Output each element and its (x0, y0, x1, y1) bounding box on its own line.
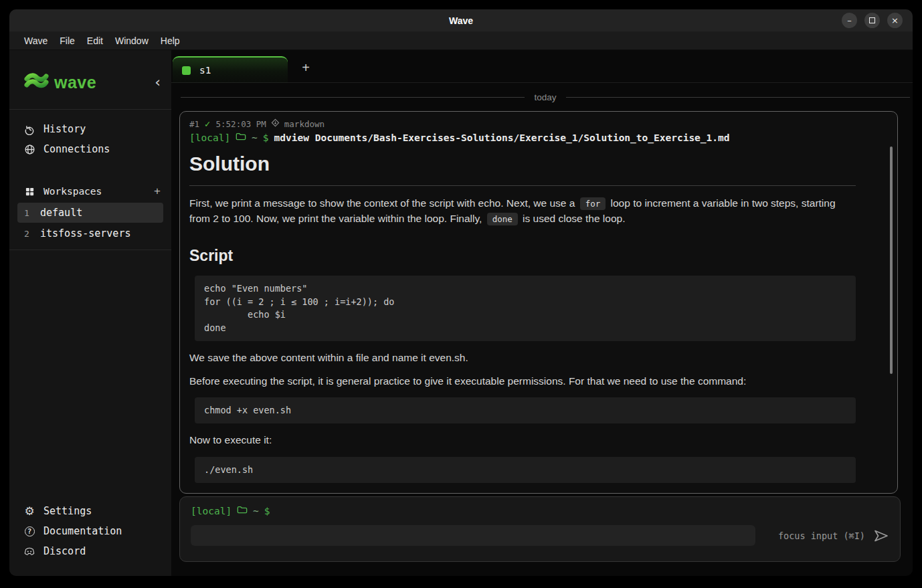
command-input[interactable] (191, 525, 755, 546)
sidebar-item-documentation[interactable]: ?Documentation (9, 521, 171, 541)
tab-status-square (182, 66, 191, 75)
sidebar-item-label: History (43, 123, 86, 135)
script-heading: Script (189, 244, 856, 268)
host-label: [local] (191, 506, 232, 516)
workspace-divider (9, 250, 171, 250)
chmod-code-block: chmod +x even.sh (195, 397, 856, 424)
menu-item-window[interactable]: Window (109, 35, 155, 46)
script-code-block: echo "Even numbers" for ((i = 2 ; i ≤ 10… (195, 276, 856, 341)
app-window: Wave – × WaveFileEditWindowHelp (9, 9, 913, 576)
titlebar: Wave – × (9, 9, 913, 31)
scrollbar-thumb[interactable] (890, 146, 893, 374)
sidebar-item-settings[interactable]: ⚙Settings (9, 501, 171, 521)
inline-code: for (580, 197, 606, 210)
folder-icon (236, 132, 246, 143)
workspaces-header: Workspaces + (9, 181, 171, 202)
gear-icon: ⚙ (23, 506, 36, 517)
markdown-title: Solution (189, 149, 856, 186)
inline-code: done (487, 213, 518, 225)
workspace-name: itsfoss-servers (40, 227, 130, 239)
prompt-symbol: $ (264, 506, 270, 516)
sidebar-nav: HistoryConnections (9, 119, 171, 159)
menu-bar: WaveFileEditWindowHelp (9, 31, 913, 50)
minimize-button[interactable]: – (842, 13, 857, 28)
divider-label: today (525, 92, 565, 102)
sidebar-item-label: Discord (43, 545, 86, 557)
maximize-button[interactable] (864, 13, 880, 28)
command-line: [local] ~ $ mdview Documents/Bash-Exerci… (189, 132, 888, 143)
sidebar-item-history[interactable]: History (9, 119, 171, 139)
new-tab-button[interactable]: + (296, 58, 316, 78)
input-prompt: [local] ~ $ (191, 505, 889, 516)
folder-icon (237, 505, 248, 516)
focus-input-hint: focus input (⌘I) (778, 530, 865, 541)
history-icon (23, 124, 36, 135)
command-input-panel: [local] ~ $ focus input (⌘I) (179, 496, 901, 562)
intro-paragraph: First, we print a message to show the co… (189, 195, 856, 227)
markdown-icon (271, 118, 280, 129)
chmod-note: Before executing the script, it is gener… (189, 373, 856, 389)
markdown-view: Solution First, we print a message to sh… (189, 149, 888, 494)
workspace-item-itsfoss-servers[interactable]: 2itsfoss-servers (17, 223, 163, 243)
sidebar-item-label: Connections (43, 143, 110, 155)
execute-note: Now to execute it: (189, 432, 856, 448)
host-label: [local] (189, 132, 230, 143)
block-type-label: markdown (284, 119, 325, 129)
window-title: Wave (449, 15, 473, 26)
sidebar-collapse-button[interactable]: ‹ (155, 75, 161, 90)
tab-bar: s1 + (171, 50, 913, 83)
tab-label: s1 (199, 65, 211, 76)
workspace-item-default[interactable]: 1default (17, 203, 163, 223)
block-time: 5:52:03 PM (216, 119, 266, 129)
question-icon: ? (23, 526, 36, 536)
workspaces-label: Workspaces (43, 186, 102, 197)
menu-item-edit[interactable]: Edit (81, 35, 109, 46)
cwd-label: ~ (253, 506, 259, 516)
prompt-symbol: $ (263, 132, 269, 143)
workspace-name: default (40, 207, 82, 219)
globe-icon (23, 144, 36, 155)
close-button[interactable]: × (887, 13, 903, 28)
divider-line-right (566, 97, 910, 98)
grid-icon (23, 187, 36, 197)
sidebar-item-label: Documentation (43, 525, 122, 537)
discord-icon (23, 547, 36, 557)
sidebar-item-discord[interactable]: Discord (9, 541, 171, 561)
workspace-index: 1 (24, 208, 40, 218)
add-workspace-button[interactable]: + (154, 185, 161, 198)
tab-s1[interactable]: s1 (173, 56, 288, 83)
menu-item-file[interactable]: File (54, 35, 81, 46)
sidebar-item-connections[interactable]: Connections (9, 139, 171, 159)
menu-item-wave[interactable]: Wave (18, 35, 54, 46)
run-code-block: ./even.sh (195, 457, 856, 484)
sidebar-item-label: Settings (43, 505, 92, 517)
workspace-index: 2 (24, 229, 40, 239)
window-controls: – × (842, 13, 903, 28)
block-index: #1 (189, 119, 199, 129)
sidebar-footer: ⚙Settings?DocumentationDiscord (9, 501, 171, 561)
main-area: s1 + today #1 ✓ 5:52:03 PM (171, 50, 913, 576)
sidebar-logo-row: wave ‹ (23, 72, 161, 93)
menu-item-help[interactable]: Help (155, 35, 186, 46)
input-row: focus input (⌘I) (191, 525, 889, 546)
command-text: mdview Documents/Bash-Exercises-Solution… (274, 132, 730, 143)
send-icon[interactable] (873, 529, 889, 543)
workspace-list: 1default2itsfoss-servers (9, 203, 171, 243)
wave-logo-icon (23, 72, 50, 93)
maximize-icon (869, 17, 875, 23)
cwd-label: ~ (252, 132, 258, 143)
logo-text: wave (54, 73, 96, 92)
minimize-icon: – (847, 15, 852, 25)
block-header: #1 ✓ 5:52:03 PM markdown (189, 118, 888, 129)
workspace-content: today #1 ✓ 5:52:03 PM (171, 83, 913, 576)
timeline-divider: today (181, 92, 910, 102)
save-note: We save the above content within a file … (189, 350, 856, 365)
close-icon: × (891, 15, 899, 25)
terminal-block[interactable]: #1 ✓ 5:52:03 PM markdown [local] (179, 111, 898, 494)
divider-line-left (181, 97, 525, 98)
check-icon: ✓ (204, 119, 211, 129)
sidebar-divider (9, 109, 171, 110)
sidebar: wave ‹ HistoryConnections Workspaces + 1… (9, 50, 171, 576)
